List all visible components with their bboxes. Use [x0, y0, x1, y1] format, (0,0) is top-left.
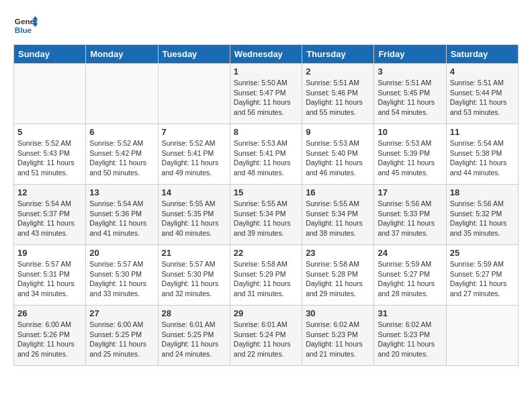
- calendar-cell: 3Sunrise: 5:51 AM Sunset: 5:45 PM Daylig…: [374, 64, 446, 124]
- calendar-week-row: 12Sunrise: 5:54 AM Sunset: 5:37 PM Dayli…: [14, 185, 519, 245]
- calendar-cell: 16Sunrise: 5:55 AM Sunset: 5:34 PM Dayli…: [302, 185, 374, 245]
- calendar-cell: 30Sunrise: 6:02 AM Sunset: 5:23 PM Dayli…: [302, 306, 374, 366]
- day-number: 3: [378, 66, 442, 77]
- day-info: Sunrise: 5:50 AM Sunset: 5:47 PM Dayligh…: [234, 78, 298, 118]
- calendar-cell: 26Sunrise: 6:00 AM Sunset: 5:26 PM Dayli…: [14, 306, 86, 366]
- day-number: 11: [450, 127, 515, 137]
- day-number: 28: [162, 308, 226, 318]
- calendar-cell: 7Sunrise: 5:52 AM Sunset: 5:41 PM Daylig…: [158, 124, 230, 185]
- day-info: Sunrise: 5:54 AM Sunset: 5:38 PM Dayligh…: [450, 138, 515, 178]
- calendar-cell: 6Sunrise: 5:52 AM Sunset: 5:42 PM Daylig…: [86, 124, 158, 185]
- calendar-cell: 10Sunrise: 5:53 AM Sunset: 5:39 PM Dayli…: [374, 124, 446, 185]
- day-number: 15: [234, 187, 298, 197]
- day-info: Sunrise: 6:01 AM Sunset: 5:24 PM Dayligh…: [234, 320, 298, 359]
- calendar-cell: 1Sunrise: 5:50 AM Sunset: 5:47 PM Daylig…: [230, 64, 302, 124]
- weekday-header-cell: Friday: [374, 45, 446, 64]
- day-info: Sunrise: 6:00 AM Sunset: 5:26 PM Dayligh…: [17, 320, 82, 359]
- calendar-cell: 14Sunrise: 5:55 AM Sunset: 5:35 PM Dayli…: [158, 185, 230, 245]
- day-info: Sunrise: 5:51 AM Sunset: 5:46 PM Dayligh…: [306, 78, 370, 118]
- day-number: 16: [306, 187, 370, 197]
- day-info: Sunrise: 5:53 AM Sunset: 5:40 PM Dayligh…: [306, 138, 370, 178]
- day-info: Sunrise: 5:51 AM Sunset: 5:44 PM Dayligh…: [450, 78, 515, 118]
- calendar-cell: 31Sunrise: 6:02 AM Sunset: 5:23 PM Dayli…: [374, 306, 446, 366]
- calendar-cell: 5Sunrise: 5:52 AM Sunset: 5:43 PM Daylig…: [14, 124, 86, 185]
- weekday-header-cell: Saturday: [446, 45, 518, 64]
- calendar-cell: 2Sunrise: 5:51 AM Sunset: 5:46 PM Daylig…: [302, 64, 374, 124]
- calendar-cell: 13Sunrise: 5:54 AM Sunset: 5:36 PM Dayli…: [86, 185, 158, 245]
- logo: General Blue: [13, 13, 40, 38]
- day-number: 22: [234, 248, 298, 258]
- calendar-cell: 21Sunrise: 5:57 AM Sunset: 5:30 PM Dayli…: [158, 245, 230, 306]
- day-info: Sunrise: 5:53 AM Sunset: 5:41 PM Dayligh…: [234, 138, 298, 178]
- day-info: Sunrise: 5:58 AM Sunset: 5:28 PM Dayligh…: [306, 259, 370, 299]
- weekday-header-cell: Tuesday: [158, 45, 230, 64]
- day-info: Sunrise: 5:53 AM Sunset: 5:39 PM Dayligh…: [378, 138, 442, 178]
- weekday-header-cell: Sunday: [14, 45, 86, 64]
- day-number: 6: [89, 127, 154, 137]
- calendar-cell: [14, 64, 86, 124]
- calendar-week-row: 26Sunrise: 6:00 AM Sunset: 5:26 PM Dayli…: [14, 306, 519, 366]
- day-info: Sunrise: 5:52 AM Sunset: 5:42 PM Dayligh…: [89, 138, 154, 178]
- day-info: Sunrise: 6:02 AM Sunset: 5:23 PM Dayligh…: [306, 320, 370, 359]
- calendar-cell: 18Sunrise: 5:56 AM Sunset: 5:32 PM Dayli…: [446, 185, 518, 245]
- day-number: 24: [378, 248, 442, 258]
- calendar-cell: 12Sunrise: 5:54 AM Sunset: 5:37 PM Dayli…: [14, 185, 86, 245]
- day-number: 1: [234, 66, 298, 77]
- day-info: Sunrise: 5:59 AM Sunset: 5:27 PM Dayligh…: [378, 259, 442, 299]
- calendar-cell: 8Sunrise: 5:53 AM Sunset: 5:41 PM Daylig…: [230, 124, 302, 185]
- logo-icon: General Blue: [13, 13, 38, 38]
- day-number: 23: [306, 248, 370, 258]
- day-info: Sunrise: 5:57 AM Sunset: 5:30 PM Dayligh…: [162, 259, 226, 299]
- weekday-header-cell: Thursday: [302, 45, 374, 64]
- day-number: 14: [162, 187, 226, 197]
- day-number: 27: [89, 308, 154, 318]
- calendar-cell: [158, 64, 230, 124]
- day-info: Sunrise: 5:52 AM Sunset: 5:43 PM Dayligh…: [17, 138, 82, 178]
- calendar-cell: 28Sunrise: 6:01 AM Sunset: 5:25 PM Dayli…: [158, 306, 230, 366]
- day-number: 4: [450, 66, 515, 77]
- weekday-header-row: SundayMondayTuesdayWednesdayThursdayFrid…: [14, 45, 519, 64]
- weekday-header-cell: Monday: [86, 45, 158, 64]
- day-info: Sunrise: 5:51 AM Sunset: 5:45 PM Dayligh…: [378, 78, 442, 118]
- calendar-cell: 22Sunrise: 5:58 AM Sunset: 5:29 PM Dayli…: [230, 245, 302, 306]
- calendar-cell: 9Sunrise: 5:53 AM Sunset: 5:40 PM Daylig…: [302, 124, 374, 185]
- day-info: Sunrise: 5:58 AM Sunset: 5:29 PM Dayligh…: [234, 259, 298, 299]
- day-number: 2: [306, 66, 370, 77]
- day-info: Sunrise: 5:55 AM Sunset: 5:35 PM Dayligh…: [162, 199, 226, 238]
- day-info: Sunrise: 5:59 AM Sunset: 5:27 PM Dayligh…: [450, 259, 515, 299]
- day-number: 21: [162, 248, 226, 258]
- calendar-cell: 11Sunrise: 5:54 AM Sunset: 5:38 PM Dayli…: [446, 124, 518, 185]
- svg-text:Blue: Blue: [15, 26, 32, 34]
- calendar-cell: 15Sunrise: 5:55 AM Sunset: 5:34 PM Dayli…: [230, 185, 302, 245]
- calendar-cell: 19Sunrise: 5:57 AM Sunset: 5:31 PM Dayli…: [14, 245, 86, 306]
- day-number: 19: [17, 248, 82, 258]
- calendar-cell: 27Sunrise: 6:00 AM Sunset: 5:25 PM Dayli…: [86, 306, 158, 366]
- calendar-cell: 29Sunrise: 6:01 AM Sunset: 5:24 PM Dayli…: [230, 306, 302, 366]
- day-info: Sunrise: 5:57 AM Sunset: 5:30 PM Dayligh…: [89, 259, 154, 299]
- page-header: General Blue: [13, 13, 519, 38]
- calendar-table: SundayMondayTuesdayWednesdayThursdayFrid…: [13, 44, 519, 366]
- day-info: Sunrise: 5:55 AM Sunset: 5:34 PM Dayligh…: [306, 199, 370, 238]
- day-number: 9: [306, 127, 370, 137]
- day-number: 31: [378, 308, 442, 318]
- calendar-cell: 17Sunrise: 5:56 AM Sunset: 5:33 PM Dayli…: [374, 185, 446, 245]
- day-number: 29: [234, 308, 298, 318]
- day-number: 17: [378, 187, 442, 197]
- day-number: 26: [17, 308, 82, 318]
- day-info: Sunrise: 5:57 AM Sunset: 5:31 PM Dayligh…: [17, 259, 82, 299]
- calendar-cell: 4Sunrise: 5:51 AM Sunset: 5:44 PM Daylig…: [446, 64, 518, 124]
- day-number: 5: [17, 127, 82, 137]
- day-number: 18: [450, 187, 515, 197]
- calendar-week-row: 1Sunrise: 5:50 AM Sunset: 5:47 PM Daylig…: [14, 64, 519, 124]
- day-number: 25: [450, 248, 515, 258]
- calendar-cell: 25Sunrise: 5:59 AM Sunset: 5:27 PM Dayli…: [446, 245, 518, 306]
- day-info: Sunrise: 5:52 AM Sunset: 5:41 PM Dayligh…: [162, 138, 226, 178]
- day-info: Sunrise: 6:02 AM Sunset: 5:23 PM Dayligh…: [378, 320, 442, 359]
- calendar-week-row: 5Sunrise: 5:52 AM Sunset: 5:43 PM Daylig…: [14, 124, 519, 185]
- day-info: Sunrise: 5:56 AM Sunset: 5:33 PM Dayligh…: [378, 199, 442, 238]
- weekday-header-cell: Wednesday: [230, 45, 302, 64]
- calendar-cell: 24Sunrise: 5:59 AM Sunset: 5:27 PM Dayli…: [374, 245, 446, 306]
- day-info: Sunrise: 5:55 AM Sunset: 5:34 PM Dayligh…: [234, 199, 298, 238]
- day-number: 20: [89, 248, 154, 258]
- day-info: Sunrise: 5:54 AM Sunset: 5:36 PM Dayligh…: [89, 199, 154, 238]
